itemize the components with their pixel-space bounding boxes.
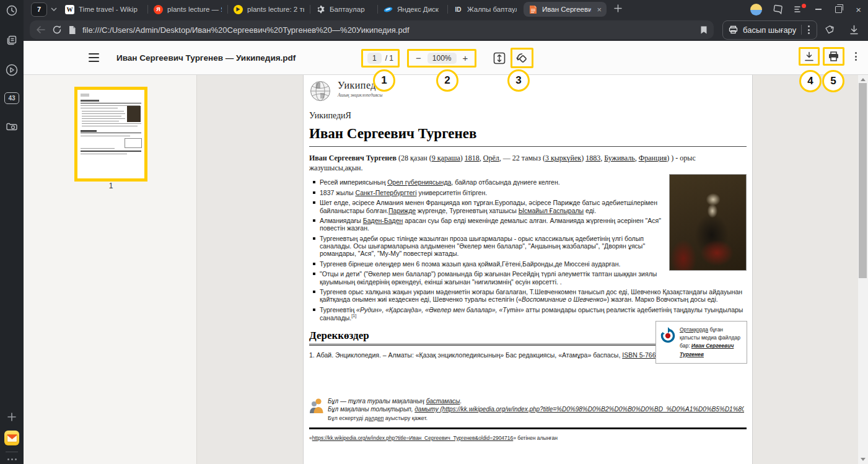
page-indicator-highlight: 1 / 1	[361, 49, 400, 68]
collections-panel-icon[interactable]	[768, 4, 788, 14]
tab-close-icon[interactable]: ×	[595, 6, 602, 14]
button-divider	[801, 25, 802, 35]
back-icon[interactable]	[36, 25, 46, 34]
zoom-controls-highlight: − 100% +	[407, 49, 476, 68]
zoom-value[interactable]: 100%	[427, 53, 457, 64]
tab-label: Жалпы баптаулар	[467, 6, 517, 13]
zoom-out-button[interactable]: −	[413, 53, 424, 63]
sidebar-bottom-cluster	[0, 409, 24, 460]
tab-count-badge[interactable]: 43	[4, 92, 19, 104]
bookmark-icon[interactable]	[700, 25, 708, 35]
tabs-panel-icon[interactable]	[4, 33, 19, 48]
address-bar-row: file:///C:/Users/Admin/Desktop/Иван%20Се…	[24, 19, 868, 41]
history-icon[interactable]	[4, 3, 19, 18]
scroll-up-arrow[interactable]	[861, 78, 866, 81]
omnibox[interactable]: file:///C:/Users/Admin/Desktop/Иван%20Се…	[30, 20, 714, 39]
notifications-icon[interactable]	[788, 5, 809, 14]
downloads-icon[interactable]	[843, 25, 865, 35]
page-total-label: / 1	[385, 54, 393, 63]
rotate-button[interactable]	[515, 51, 528, 64]
article-bullet-list: Ресей империясының Орел губерниясында, б…	[309, 178, 747, 322]
page-thumbnail-selected[interactable]	[74, 87, 147, 182]
chevron-down-icon[interactable]	[48, 7, 59, 11]
reload-icon[interactable]	[52, 25, 62, 35]
article-title: Иван Сергеевич Тургенев	[309, 126, 747, 147]
tab-label: plants lecture: 2 ть	[247, 6, 304, 13]
commons-text: Ортаққорда бұған қатысты медиа файлдар б…	[680, 326, 743, 359]
profile-avatar[interactable]	[750, 4, 762, 15]
sidebar-divider	[6, 452, 18, 452]
tab-label: Баптаулар	[330, 6, 365, 13]
print-page-label: басып шығару	[743, 25, 796, 35]
url-text[interactable]: file:///C:/Users/Admin/Desktop/Иван%20Се…	[82, 25, 694, 35]
tab-counter-value: 7	[31, 2, 47, 17]
fit-to-page-button[interactable]	[493, 51, 506, 65]
vertical-scrollbar[interactable]	[858, 75, 868, 464]
tab-bar: 7 W Time travel - Wikip Я plants lecture…	[24, 0, 868, 19]
sidebar-more-icon[interactable]	[7, 458, 17, 460]
print-page-button[interactable]: басып шығару	[722, 20, 817, 40]
pdf-content-area: 1 УикипедиЯ Ашық энциклопедиясы Уикипеди…	[24, 75, 868, 464]
tab-time-travel[interactable]: W Time travel - Wikip	[59, 0, 147, 19]
callout-3: 3	[507, 69, 530, 92]
scroll-down-arrow[interactable]	[861, 458, 866, 461]
article-bullet: "Отцы и дети" ("Әкелер мен балалар") ром…	[313, 270, 747, 286]
yandex-disk-favicon	[384, 5, 393, 14]
tab-plants-lecture-video[interactable]: plants lecture: 2 ть	[228, 0, 310, 19]
pdf-menu-icon[interactable]	[89, 53, 99, 62]
media-play-icon[interactable]	[4, 63, 19, 77]
yandex-mail-icon[interactable]	[4, 431, 19, 445]
tab-turgenev-pdf-active[interactable]: Иван Сергееви ×	[524, 2, 607, 17]
print-more-icon[interactable]	[807, 25, 811, 34]
scrollbar-thumb[interactable]	[859, 83, 867, 278]
callout-5: 5	[822, 70, 844, 92]
tab-label: plants lecture — Я	[167, 6, 222, 13]
tab-yandex-disk[interactable]: Яндекс Диск	[378, 0, 447, 19]
stub-notice: Бұл — тұлға туралы мақаланың бастамасы. …	[309, 397, 747, 422]
window-close-button[interactable]: ×	[849, 0, 868, 19]
person-stub-icon	[309, 397, 323, 416]
tab-general-settings[interactable]: ID Жалпы баптаулар	[448, 0, 522, 19]
tab-plants-lecture-search[interactable]: Я plants lecture — Я	[148, 0, 227, 19]
thumbnail-page-number: 1	[74, 182, 147, 190]
tab-label: Иван Сергееви	[542, 6, 591, 13]
article-bullet: Ресей империясының Орел губерниясында, б…	[313, 178, 747, 186]
commons-logo	[660, 326, 676, 359]
callout-4: 4	[799, 70, 822, 92]
footer-rule	[309, 427, 747, 429]
yandex-favicon: Я	[154, 5, 163, 14]
browser-side-panel: 43	[0, 0, 24, 464]
print-highlight	[823, 47, 844, 66]
video-favicon	[234, 5, 243, 14]
tab-counter[interactable]: 7	[31, 2, 59, 17]
wikipedia-tagline: Ашық энциклопедиясы	[338, 92, 388, 98]
tab-settings[interactable]: Баптаулар	[310, 0, 377, 19]
pdf-favicon	[528, 5, 538, 14]
collections-tag-icon[interactable]	[817, 25, 843, 35]
gear-icon	[316, 5, 325, 14]
article-bullet: Тургеневтың әдеби орыс тілінде жазылған …	[313, 235, 747, 258]
pdf-print-button[interactable]	[828, 51, 840, 62]
pdf-viewport: УикипедиЯ Ашық энциклопедиясы УикипедиЯ …	[197, 75, 858, 464]
article-bullet: Шет елде, әсіресе Алмания менен Францияд…	[313, 199, 747, 214]
site-name-line: УикипедиЯ	[309, 111, 747, 121]
article-bullet: 1837 жылы Санкт-Петербургтегі университе…	[313, 189, 747, 196]
window-minimize-button[interactable]	[809, 0, 828, 19]
window-restore-button[interactable]	[828, 0, 849, 19]
add-widget-icon[interactable]	[4, 409, 19, 424]
rotate-highlight	[511, 48, 533, 68]
screenshot-icon[interactable]	[4, 119, 19, 134]
pdf-download-button[interactable]	[804, 51, 815, 62]
page-number-input[interactable]: 1	[367, 53, 382, 64]
pdf-more-button[interactable]	[853, 52, 859, 61]
thumbnail-panel: 1	[24, 75, 197, 464]
stub-line-2: Бұл мақаланы толықтырып, дамыту (https:/…	[328, 405, 744, 414]
thumbnail-preview	[77, 90, 144, 178]
new-tab-button[interactable]	[608, 3, 628, 15]
stub-line-3: Бұл ескертуді дәлдеп ауыстыру қажет.	[328, 414, 744, 422]
article-bullet: Тургенев орыс халқына жақын украин мәден…	[313, 288, 747, 304]
pdf-page: УикипедиЯ Ашық энциклопедиясы УикипедиЯ …	[303, 75, 753, 464]
zoom-in-button[interactable]: +	[460, 53, 471, 63]
retrieved-from-line: «https://kk.wikipedia.org/w/index.php?ti…	[309, 435, 747, 441]
commons-box: Ортаққорда бұған қатысты медиа файлдар б…	[655, 321, 747, 364]
